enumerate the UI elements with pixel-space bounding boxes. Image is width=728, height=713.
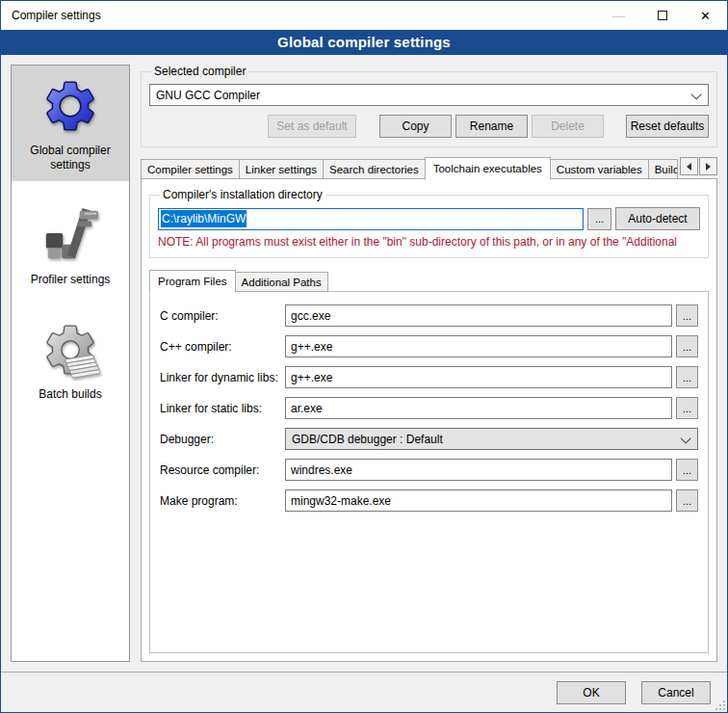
dialog-banner: Global compiler settings xyxy=(1,30,727,55)
c-compiler-label: C compiler: xyxy=(160,309,285,323)
tab-build-options[interactable]: Build xyxy=(648,159,678,179)
make-program-browse-button[interactable]: ... xyxy=(676,489,698,512)
gray-gear-stack-icon xyxy=(40,320,100,380)
sidebar-item-label: Global compiler settings xyxy=(15,144,125,172)
chevron-down-icon xyxy=(690,92,700,99)
tab-compiler-settings[interactable]: Compiler settings xyxy=(141,159,240,179)
dynamic-linker-input[interactable] xyxy=(285,366,672,388)
compiler-select-value: GNU GCC Compiler xyxy=(156,89,260,102)
debugger-row: Debugger: GDB/CDB debugger : Default xyxy=(160,428,698,450)
installation-directory-group: Compiler's installation directory C:\ray… xyxy=(149,188,709,258)
arrow-right-icon xyxy=(706,163,711,171)
cpp-compiler-row: C++ compiler: ... xyxy=(160,335,698,357)
tab-scroll-left-button[interactable] xyxy=(680,157,698,175)
title-bar: Compiler settings — ✕ xyxy=(1,1,727,30)
dynamic-linker-label: Linker for dynamic libs: xyxy=(160,371,285,384)
program-files-page: C compiler: ... C++ compiler: ... Linker… xyxy=(149,291,709,653)
tab-custom-variables[interactable]: Custom variables xyxy=(550,159,649,179)
copy-button[interactable]: Copy xyxy=(379,115,452,138)
rename-button[interactable]: Rename xyxy=(455,115,528,138)
sidebar-item-global-compiler-settings[interactable]: Global compiler settings xyxy=(12,66,129,181)
paper-stack xyxy=(65,355,100,378)
resource-compiler-row: Resource compiler: ... xyxy=(160,459,698,481)
tab-scroll-right-button[interactable] xyxy=(699,157,717,175)
resource-compiler-input[interactable] xyxy=(285,459,672,481)
dialog-body: Global compiler settings Profiler settin… xyxy=(1,55,727,672)
static-linker-input[interactable] xyxy=(285,397,672,419)
tab-program-files[interactable]: Program Files xyxy=(149,270,236,293)
compiler-settings-dialog: Compiler settings — ✕ Global compiler se… xyxy=(0,0,728,713)
resource-compiler-browse-button[interactable]: ... xyxy=(676,459,698,481)
sidebar-item-batch-builds[interactable]: Batch builds xyxy=(12,309,129,410)
main-panel: Selected compiler GNU GCC Compiler Set a… xyxy=(141,65,717,662)
tab-additional-paths[interactable]: Additional Paths xyxy=(235,272,328,292)
c-compiler-input[interactable] xyxy=(285,304,672,327)
arrow-left-icon xyxy=(687,163,691,171)
cpp-compiler-browse-button[interactable]: ... xyxy=(676,335,698,357)
resource-compiler-label: Resource compiler: xyxy=(160,463,285,477)
delete-button[interactable]: Delete xyxy=(532,115,604,138)
debugger-select[interactable]: GDB/CDB debugger : Default xyxy=(285,428,698,450)
debugger-select-value: GDB/CDB debugger : Default xyxy=(292,433,443,446)
close-button[interactable]: ✕ xyxy=(684,1,727,30)
tab-scroll-controls xyxy=(677,157,717,175)
program-files-tab-bar: Program Files Additional Paths xyxy=(149,270,709,292)
tab-linker-settings[interactable]: Linker settings xyxy=(239,159,324,179)
installation-directory-value: C:\raylib\MinGW xyxy=(161,210,247,227)
set-as-default-button[interactable]: Set as default xyxy=(268,115,356,138)
maximize-button[interactable] xyxy=(640,1,684,30)
bin-subdirectory-note: NOTE: All programs must exist either in … xyxy=(158,235,700,249)
ok-button[interactable]: OK xyxy=(557,681,626,704)
caliper-icon xyxy=(40,205,100,265)
settings-tab-bar: Compiler settings Linker settings Search… xyxy=(141,157,717,179)
make-program-input[interactable] xyxy=(285,489,672,512)
tab-toolchain-executables[interactable]: Toolchain executables xyxy=(425,157,551,180)
resize-grip-icon[interactable] xyxy=(715,700,725,710)
installation-directory-input[interactable]: C:\raylib\MinGW xyxy=(158,208,584,230)
installation-directory-row: C:\raylib\MinGW ... Auto-detect xyxy=(158,207,700,230)
sidebar-item-label: Batch builds xyxy=(39,387,101,402)
compiler-actions: Set as default Copy Rename Delete Reset … xyxy=(149,115,709,138)
window-title: Compiler settings xyxy=(1,9,597,22)
chevron-down-icon xyxy=(680,436,689,443)
cpp-compiler-label: C++ compiler: xyxy=(160,340,285,354)
sidebar-item-label: Profiler settings xyxy=(31,273,111,287)
compiler-select[interactable]: GNU GCC Compiler xyxy=(149,84,709,106)
installation-directory-group-label: Compiler's installation directory xyxy=(160,188,325,201)
static-linker-row: Linker for static libs: ... xyxy=(160,397,698,419)
tab-search-directories[interactable]: Search directories xyxy=(323,159,426,179)
static-linker-browse-button[interactable]: ... xyxy=(676,397,698,419)
debugger-label: Debugger: xyxy=(160,433,285,446)
dialog-footer: OK Cancel xyxy=(1,672,727,712)
make-program-row: Make program: ... xyxy=(160,489,698,512)
cancel-button[interactable]: Cancel xyxy=(641,681,711,704)
blue-gear-icon xyxy=(40,76,100,136)
c-compiler-browse-button[interactable]: ... xyxy=(676,304,698,327)
dynamic-linker-row: Linker for dynamic libs: ... xyxy=(160,366,698,388)
static-linker-label: Linker for static libs: xyxy=(160,402,285,415)
maximize-icon xyxy=(658,11,667,20)
installation-directory-browse-button[interactable]: ... xyxy=(587,208,611,230)
reset-defaults-button[interactable]: Reset defaults xyxy=(626,115,709,138)
selected-compiler-group-label: Selected compiler xyxy=(151,65,248,78)
cpp-compiler-input[interactable] xyxy=(285,335,672,357)
selected-compiler-group: Selected compiler GNU GCC Compiler Set a… xyxy=(141,65,717,147)
settings-category-list: Global compiler settings Profiler settin… xyxy=(11,65,130,662)
minimize-button[interactable]: — xyxy=(597,1,640,30)
toolchain-executables-page: Compiler's installation directory C:\ray… xyxy=(141,178,717,662)
dynamic-linker-browse-button[interactable]: ... xyxy=(676,366,698,388)
auto-detect-button[interactable]: Auto-detect xyxy=(615,207,700,230)
sidebar-item-profiler-settings[interactable]: Profiler settings xyxy=(12,195,129,296)
make-program-label: Make program: xyxy=(160,494,285,508)
c-compiler-row: C compiler: ... xyxy=(160,304,698,327)
